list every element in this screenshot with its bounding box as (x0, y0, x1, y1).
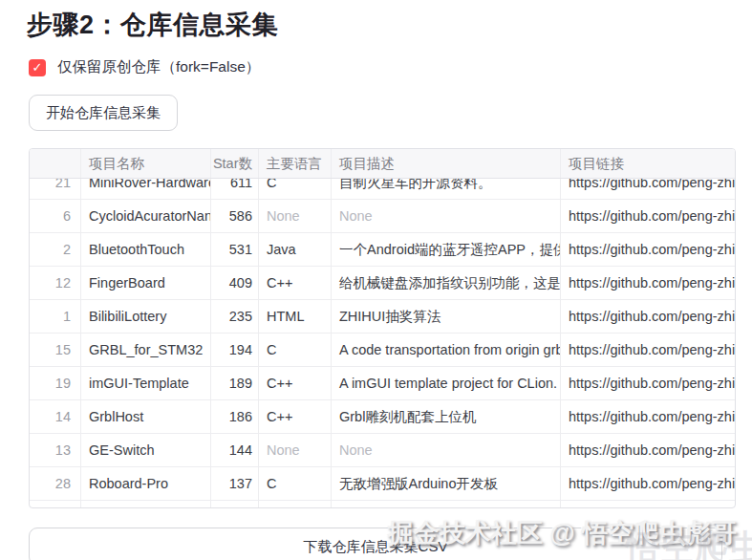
check-icon: ✓ (32, 61, 43, 74)
table-row[interactable]: 6 CycloidAcuratorNano 586 None None http… (30, 200, 735, 233)
col-header-lang: 主要语言 (259, 149, 332, 178)
table-row[interactable]: 21 MiniRover-Hardware 611 C 自制火星车的开源资料。 … (30, 179, 735, 200)
cell-desc: None (332, 200, 561, 232)
cell-name: BluetoothTouch (81, 233, 211, 266)
cell-desc: 自制火星车的开源资料。 (332, 179, 561, 199)
cell-link: https://github.com/peng-zhih (561, 367, 735, 399)
cell-link: https://github.com/peng-zhih (561, 300, 735, 333)
cell-stars: 194 (211, 334, 259, 366)
cell-desc: 无敌增强版Arduino开发板 (332, 467, 561, 500)
table-row-partial (30, 501, 735, 508)
cell-index: 13 (30, 434, 81, 466)
cell-lang: C (259, 334, 332, 366)
cell-index: 28 (30, 467, 81, 500)
cell-stars: 611 (211, 179, 259, 199)
download-csv-button[interactable]: 下载仓库信息采集CSV (29, 528, 722, 560)
cell-stars: 409 (211, 267, 259, 299)
cell-lang: C++ (259, 400, 332, 433)
col-header-desc: 项目描述 (332, 149, 561, 178)
col-header-stars: Star数 (211, 149, 259, 178)
cell-lang: None (259, 434, 332, 466)
table-row[interactable]: 15 GRBL_for_STM32 194 C A code transport… (30, 334, 735, 367)
table-header-row: 项目名称 Star数 主要语言 项目描述 项目链接 (30, 149, 736, 179)
fork-filter-checkbox[interactable]: ✓ 仅保留原创仓库（fork=False） (29, 57, 260, 77)
repo-dataframe[interactable]: 项目名称 Star数 主要语言 项目描述 项目链接 21 MiniRover-H… (29, 148, 736, 508)
table-row[interactable]: 14 GrblHost 186 C++ Grbl雕刻机配套上位机 https:/… (30, 400, 735, 434)
cell-name: MiniRover-Hardware (81, 179, 211, 199)
cell-name: FingerBoard (81, 267, 211, 299)
cell-link: https://github.com/peng-zhih (561, 400, 735, 433)
col-header-name: 项目名称 (81, 149, 211, 178)
table-row[interactable]: 1 BilibiliLottery 235 HTML ZHIHUI抽奖算法 ht… (30, 300, 735, 334)
cell-stars: 144 (211, 434, 259, 466)
cell-stars: 137 (211, 467, 259, 500)
cell-name: imGUI-Template (81, 367, 211, 399)
table-row[interactable]: 12 FingerBoard 409 C++ 给机械键盘添加指纹识别功能，这是A… (30, 267, 735, 300)
cell-link: https://github.com/peng-zhih (561, 179, 735, 199)
cell-index: 19 (30, 367, 81, 399)
cell-stars: 586 (211, 200, 259, 232)
table-row[interactable]: 13 GE-Switch 144 None None https://githu… (30, 434, 735, 467)
checkbox-label[interactable]: 仅保留原创仓库（fork=False） (57, 57, 260, 77)
table-row[interactable]: 2 BluetoothTouch 531 Java 一个Android端的蓝牙遥… (30, 233, 735, 267)
cell-lang: C (259, 467, 332, 500)
col-header-link: 项目链接 (561, 149, 736, 178)
start-collection-button[interactable]: 开始仓库信息采集 (29, 95, 178, 131)
cell-stars: 235 (211, 300, 259, 333)
cell-name: BilibiliLottery (81, 300, 211, 333)
cell-lang: None (259, 200, 332, 232)
cell-index: 2 (30, 233, 81, 266)
cell-desc: A code transportation from origin grbl_v (332, 334, 561, 366)
cell-name: GRBL_for_STM32 (81, 334, 211, 366)
cell-desc: 给机械键盘添加指纹识别功能，这是A (332, 267, 561, 299)
cell-index: 14 (30, 400, 81, 433)
cell-name: CycloidAcuratorNano (81, 200, 211, 232)
step2-page: 步骤2：仓库信息采集 ✓ 仅保留原创仓库（fork=False） 开始仓库信息采… (0, 0, 752, 560)
cell-index: 1 (30, 300, 81, 333)
cell-lang: HTML (259, 300, 332, 333)
cell-lang: C++ (259, 367, 332, 399)
cell-stars: 531 (211, 233, 259, 266)
cell-index: 15 (30, 334, 81, 366)
table-row[interactable]: 19 imGUI-Template 189 C++ A imGUI templa… (30, 367, 735, 400)
cell-index: 12 (30, 267, 81, 299)
cell-lang: C (259, 179, 332, 199)
cell-desc: None (332, 434, 561, 466)
cell-desc: ZHIHUI抽奖算法 (332, 300, 561, 333)
cell-stars: 186 (211, 400, 259, 433)
cell-link: https://github.com/peng-zhih (561, 334, 735, 366)
cell-stars: 189 (211, 367, 259, 399)
cell-link: https://github.com/peng-zhih (561, 200, 735, 232)
col-header-index (30, 149, 81, 178)
cell-lang: C++ (259, 267, 332, 299)
checkbox-checked-icon[interactable]: ✓ (29, 59, 46, 76)
cell-name: GE-Switch (81, 434, 211, 466)
table-row[interactable]: 28 Roboard-Pro 137 C 无敌增强版Arduino开发板 htt… (30, 467, 735, 501)
page-title: 步骤2：仓库信息采集 (27, 8, 278, 42)
cell-index: 6 (30, 200, 81, 232)
cell-desc: Grbl雕刻机配套上位机 (332, 400, 561, 433)
cell-link: https://github.com/peng-zhih (561, 267, 735, 299)
cell-lang: Java (259, 233, 332, 266)
cell-desc: A imGUI template project for CLion. (332, 367, 561, 399)
cell-index: 21 (30, 179, 81, 199)
cell-name: GrblHost (81, 400, 211, 433)
cell-link: https://github.com/peng-zhih (561, 467, 735, 500)
table-body[interactable]: 21 MiniRover-Hardware 611 C 自制火星车的开源资料。 … (30, 179, 735, 508)
cell-desc: 一个Android端的蓝牙遥控APP，提供A (332, 233, 561, 266)
cell-name: Roboard-Pro (81, 467, 211, 500)
cell-link: https://github.com/peng-zhih (561, 233, 735, 266)
cell-link: https://github.com/peng-zhih (561, 434, 735, 466)
